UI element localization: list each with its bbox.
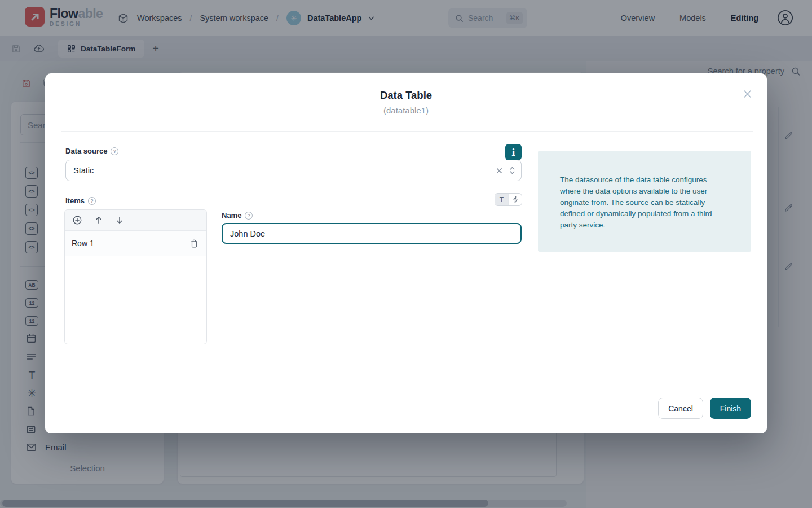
dialog-title: Data Table — [45, 89, 767, 102]
flowable-design-app: Flowable DESIGN Workspaces / System work… — [0, 0, 812, 508]
close-icon[interactable] — [742, 89, 753, 99]
toggle-text-option[interactable]: T — [495, 194, 508, 205]
value-type-toggle[interactable]: T — [495, 193, 522, 206]
trash-icon[interactable] — [190, 239, 198, 248]
clear-icon[interactable] — [496, 167, 503, 174]
move-down-icon[interactable] — [115, 216, 124, 225]
cancel-button[interactable]: Cancel — [658, 398, 703, 419]
items-toolbar — [65, 210, 206, 231]
data-table-dialog: Data Table (datatable1) Data source ? St… — [45, 73, 767, 433]
info-text: The datasource of the data table configu… — [560, 174, 721, 231]
divider — [61, 131, 753, 132]
dialog-subtitle: (datatable1) — [45, 106, 767, 115]
toggle-expression-option[interactable] — [508, 194, 522, 205]
info-icon: i — [505, 144, 522, 160]
items-listbox: Row 1 — [64, 209, 207, 344]
help-icon[interactable]: ? — [88, 197, 96, 205]
name-input[interactable] — [222, 223, 522, 244]
info-box: The datasource of the data table configu… — [538, 151, 751, 252]
move-up-icon[interactable] — [94, 216, 103, 225]
items-row[interactable]: Row 1 — [65, 231, 206, 256]
add-row-icon[interactable] — [72, 215, 82, 225]
row-label: Row 1 — [72, 239, 190, 248]
name-label: Name ? — [222, 211, 253, 220]
select-chevrons-icon — [509, 166, 515, 175]
datasource-select[interactable]: Static — [65, 160, 522, 181]
datasource-value: Static — [73, 166, 496, 175]
datasource-label: Data source ? — [65, 147, 118, 155]
lightning-icon — [513, 196, 518, 203]
help-icon[interactable]: ? — [245, 212, 253, 220]
help-icon[interactable]: ? — [111, 147, 118, 155]
items-label: Items ? — [65, 196, 96, 205]
finish-button[interactable]: Finish — [710, 398, 751, 419]
